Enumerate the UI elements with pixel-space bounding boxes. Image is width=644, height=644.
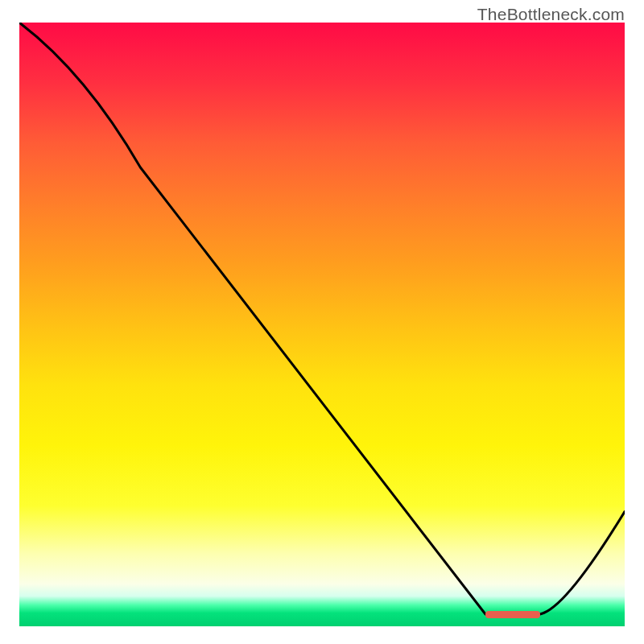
chart-gradient-background bbox=[19, 23, 625, 626]
watermark-text: TheBottleneck.com bbox=[477, 5, 625, 24]
optimal-range-marker bbox=[485, 611, 540, 618]
